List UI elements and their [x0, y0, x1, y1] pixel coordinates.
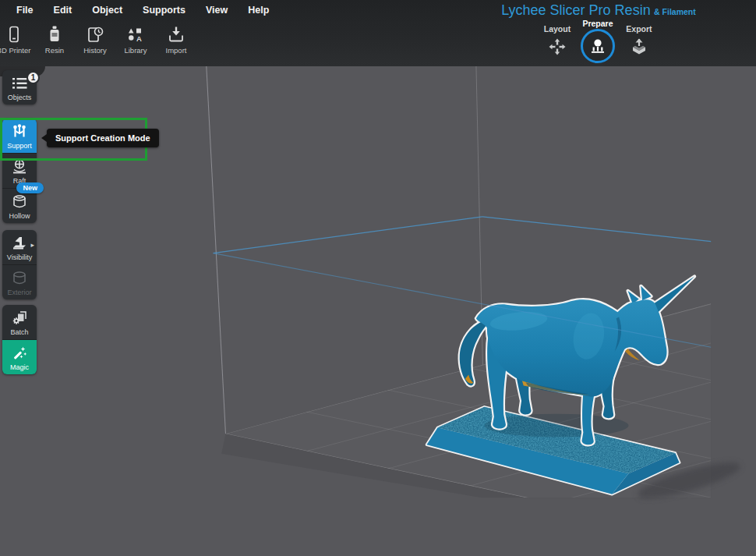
import-button[interactable]: Import	[156, 23, 196, 61]
printer-button[interactable]: 3D Printer	[0, 23, 34, 61]
sidebar-item-visibility[interactable]: ▸ Visibility	[2, 230, 37, 264]
svg-text:A: A	[136, 34, 142, 43]
submenu-arrow-icon: ▸	[30, 241, 34, 249]
menubar: File Edit Object Supports View Help	[0, 0, 279, 20]
support-pillar-icon	[589, 37, 606, 55]
sidebar-item-support[interactable]: Support	[2, 119, 37, 153]
menu-edit[interactable]: Edit	[44, 5, 83, 16]
menu-file[interactable]: File	[6, 5, 44, 16]
tab-prepare[interactable]	[581, 29, 615, 63]
support-tooltip: Support Creation Mode	[47, 129, 159, 147]
menu-supports[interactable]: Supports	[132, 5, 196, 16]
menu-object[interactable]: Object	[82, 5, 132, 16]
library-icon: A	[126, 25, 145, 44]
move-arrows-icon	[548, 37, 567, 56]
resin-button[interactable]: Resin	[34, 23, 75, 61]
sidebar-item-batch[interactable]: Batch	[2, 305, 37, 339]
sidebar-item-magic[interactable]: Magic	[2, 339, 37, 374]
sidebar-item-objects[interactable]: 1 Objects	[2, 70, 37, 104]
export-box-icon	[630, 37, 648, 56]
menu-view[interactable]: View	[196, 5, 238, 16]
objects-count-badge: 1	[26, 71, 40, 84]
tab-export[interactable]: Export	[617, 24, 661, 59]
exterior-cylinder-icon	[11, 270, 28, 287]
tab-prepare-label: Prepare	[576, 19, 620, 28]
history-icon	[86, 25, 104, 44]
app-title: Lychee Slicer Pro Resin & Filament	[499, 2, 698, 19]
history-button[interactable]: History	[75, 23, 115, 61]
magic-wand-icon	[11, 345, 28, 362]
objects-list-icon	[11, 75, 28, 92]
raft-icon	[11, 158, 28, 175]
printer-icon	[5, 25, 23, 44]
sidebar-item-hollow[interactable]: New Hollow	[2, 188, 37, 223]
hollow-cylinder-icon	[11, 193, 28, 211]
resin-bottle-icon	[45, 25, 64, 44]
tab-layout[interactable]: Layout	[535, 24, 579, 59]
library-button[interactable]: A Library	[115, 23, 156, 61]
support-mode-icon	[11, 123, 28, 140]
menu-help[interactable]: Help	[238, 5, 279, 16]
hollow-new-badge: New	[16, 182, 44, 193]
toolbar: 3D Printer Resin History A	[0, 23, 196, 61]
sidebar-item-exterior: Exterior	[2, 264, 37, 299]
import-icon	[167, 25, 185, 44]
batch-icon	[11, 310, 28, 327]
header: File Edit Object Supports View Help 3D P…	[0, 0, 756, 66]
visibility-icon	[11, 235, 28, 252]
